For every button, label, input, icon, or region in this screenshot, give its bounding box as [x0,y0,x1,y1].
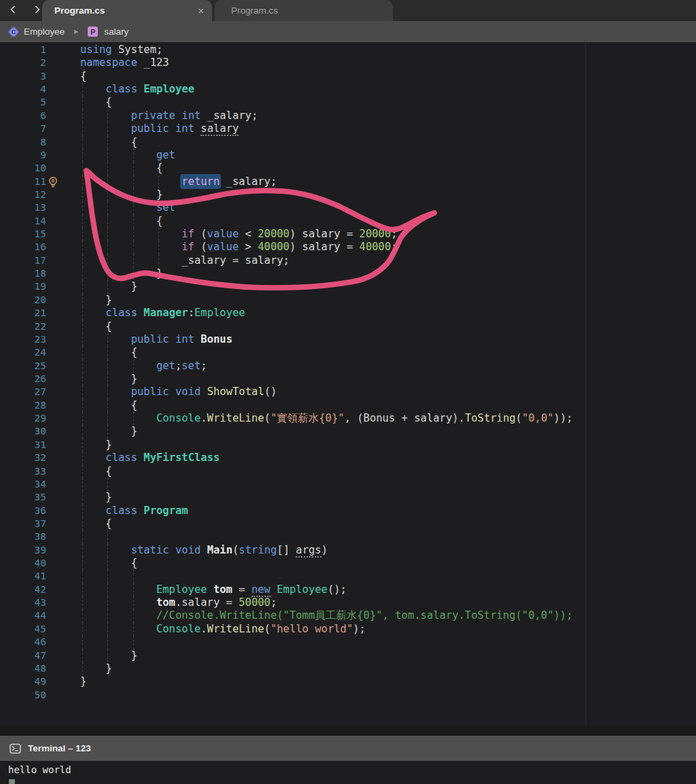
code-line: 41 [0,570,696,583]
indent-guide [105,425,130,438]
indent-guide [105,570,130,583]
indent-guide [105,360,130,373]
line-number: 26 [0,373,46,386]
indent-guide [105,386,130,398]
line-number: 41 [0,570,46,583]
line-number: 30 [0,425,46,438]
line-number: 10 [0,162,46,175]
indent-guide [80,557,105,570]
back-button[interactable] [5,3,20,18]
indent-guide [80,346,105,359]
indent-guide [105,254,130,267]
tab-label: Program.cs [215,5,278,16]
tab-bar: Program.cs × Program.cs [0,0,696,21]
code-text: } [80,662,112,675]
code-text [80,636,156,648]
code-text: { [80,399,137,411]
terminal-header[interactable]: Terminal – 123 [0,736,696,761]
indent-guide [80,136,105,149]
line-number: 12 [0,188,46,201]
code-line: 48} [0,662,696,675]
code-line: 39static void Main(string[] args) [0,544,696,557]
line-number: 28 [0,399,46,412]
indent-guide [80,215,105,228]
tab-program-cs-inactive[interactable]: Program.cs [215,0,393,21]
code-text: { [80,70,86,82]
code-editor[interactable]: 1using System;2namespace _1233{4class Em… [0,42,696,728]
terminal-body[interactable]: hello world [0,761,696,784]
indent-guide [156,228,181,241]
code-line: 14{ [0,215,696,228]
indent-guide [105,149,130,162]
indent-guide [80,609,105,622]
line-number: 37 [0,517,46,530]
line-number: 22 [0,320,46,333]
indent-guide [131,609,156,622]
line-number: 42 [0,583,46,596]
line-number: 45 [0,623,46,636]
close-tab-icon[interactable]: × [198,5,204,16]
line-number: 36 [0,505,46,517]
indent-guide [105,136,130,149]
breadcrumb-item-class[interactable]: C Employee [0,27,65,37]
code-line: 13set [0,201,696,214]
code-line: 49} [0,675,696,688]
code-text: class Manager:Employee [80,307,245,319]
code-text: { [80,465,112,477]
indent-guide [105,544,130,557]
code-text: Console.WriteLine("hello world"); [80,623,366,635]
line-number: 33 [0,465,46,478]
indent-guide [80,517,105,530]
indent-guide [80,386,105,398]
code-text: { [80,136,137,148]
code-line: 4class Employee [0,83,696,96]
breadcrumb-item-property[interactable]: P salary [78,27,128,37]
indent-guide [105,399,130,412]
indent-guide [131,267,156,280]
code-lines: 1using System;2namespace _1233{4class Em… [0,44,696,702]
code-text: Employee tom = new Employee(); [80,583,347,596]
indent-guide [80,451,105,464]
indent-guide [131,162,156,175]
code-line: 26} [0,373,696,386]
indent-guide [131,596,156,609]
indent-guide [105,333,130,346]
indent-guide [105,188,130,201]
indent-guide [80,175,105,188]
code-text: //Console.WriteLine("Tomm員工薪水{0}", tom.s… [80,609,573,621]
code-text: using System; [80,44,162,56]
indent-guide [131,241,156,254]
code-text: { [80,517,112,530]
code-text: } [80,294,112,306]
indent-guide [80,149,105,162]
indent-guide [80,505,105,517]
indent-guide [105,530,130,543]
indent-guide [131,228,156,241]
indent-guide [80,333,105,346]
indent-guide [156,175,181,188]
indent-guide [131,201,156,214]
tab-program-cs-active[interactable]: Program.cs × [42,0,212,21]
code-line: 5{ [0,96,696,109]
indent-guide [80,596,105,609]
intention-bulb-icon[interactable] [48,176,58,190]
code-line: 28{ [0,399,696,412]
code-line: 37{ [0,517,696,530]
code-text [80,570,156,582]
code-line: 21class Manager:Employee [0,307,696,320]
code-text: public void ShowTotal() [80,386,277,398]
code-line: 27public void ShowTotal() [0,386,696,398]
line-number: 4 [0,83,46,96]
chevron-right-icon [33,5,41,17]
line-number: 32 [0,451,46,464]
indent-guide [131,412,156,425]
line-number: 44 [0,609,46,622]
line-number: 25 [0,360,46,373]
code-line: 6private int _salary; [0,109,696,122]
code-text: static void Main(string[] args) [80,544,328,556]
indent-guide [105,412,130,425]
code-line: 19} [0,280,696,293]
code-line: 17_salary = salary; [0,254,696,267]
code-line: 30} [0,425,696,438]
breadcrumb-class-label: Employee [24,27,65,37]
